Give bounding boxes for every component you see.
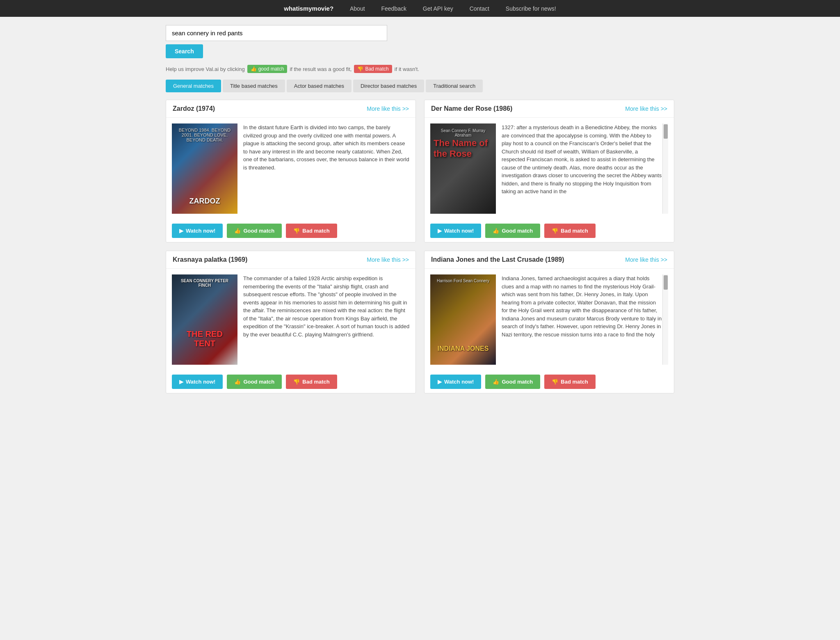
card-header-rose: Der Name der Rose (1986) More like this … xyxy=(425,100,674,118)
poster-sub-zardoz: BEYOND 1984. BEYOND 2001. BEYOND LOVE. B… xyxy=(175,128,234,142)
play-icon-krasnaya xyxy=(179,379,183,385)
watch-label-krasnaya: Watch now! xyxy=(186,379,215,385)
main-content: Search Help us improve Val.ai by clickin… xyxy=(158,17,682,402)
tab-general-matches[interactable]: General matches xyxy=(166,80,221,92)
good-label-indiana: Good match xyxy=(502,379,533,385)
thumbdown-icon-indiana: 👎 xyxy=(552,379,558,385)
nav-subscribe[interactable]: Subscribe for news! xyxy=(506,5,556,12)
improve-prefix: Help us improve Val.ai by clicking xyxy=(166,66,245,72)
poster-title-krasnaya: THE RED TENT xyxy=(175,329,234,348)
watch-label-rose: Watch now! xyxy=(444,228,474,234)
thumbup-icon-zardoz: 👍 xyxy=(234,228,241,234)
bad-label-indiana: Bad match xyxy=(561,379,588,385)
card-footer-indiana: Watch now! 👍 Good match 👎 Bad match xyxy=(425,370,674,393)
scrollbar-indiana[interactable] xyxy=(662,274,668,365)
thumbup-icon-krasnaya: 👍 xyxy=(234,379,241,385)
good-label-zardoz: Good match xyxy=(243,228,274,234)
description-zardoz: In the distant future Earth is divided i… xyxy=(243,123,410,214)
search-button[interactable]: Search xyxy=(166,44,203,58)
card-footer-rose: Watch now! 👍 Good match 👎 Bad match xyxy=(425,219,674,242)
thumbup-icon-rose: 👍 xyxy=(493,228,499,234)
tab-actor-matches[interactable]: Actor based matches xyxy=(287,80,352,92)
movie-card-indiana: Indiana Jones and the Last Crusade (1989… xyxy=(424,251,674,393)
brand-link[interactable]: whatismymovie? xyxy=(284,5,333,12)
nav-contact[interactable]: Contact xyxy=(470,5,489,12)
improve-suffix-good: if the result was a good fit, xyxy=(290,66,352,72)
tab-traditional-search[interactable]: Traditional search xyxy=(426,80,483,92)
watch-button-krasnaya[interactable]: Watch now! xyxy=(172,375,223,389)
card-body-indiana: Harrison Ford Sean Connery INDIANA JONES… xyxy=(425,269,674,370)
thumbdown-icon-rose: 👎 xyxy=(552,228,558,234)
nav-feedback[interactable]: Feedback xyxy=(381,5,406,12)
poster-title-indiana: INDIANA JONES xyxy=(434,345,493,352)
movie-card-krasnaya: Krasnaya palatka (1969) More like this >… xyxy=(166,251,416,393)
poster-sub-rose: Sean Connery F. Murray Abraham xyxy=(434,128,493,137)
nav-about[interactable]: About xyxy=(350,5,365,12)
card-body-zardoz: BEYOND 1984. BEYOND 2001. BEYOND LOVE. B… xyxy=(166,118,415,219)
bad-match-button-krasnaya[interactable]: 👎 Bad match xyxy=(286,375,337,389)
card-header-indiana: Indiana Jones and the Last Crusade (1989… xyxy=(425,251,674,269)
results-grid: Zardoz (1974) More like this >> BEYOND 1… xyxy=(166,100,674,393)
good-match-button-krasnaya[interactable]: 👍 Good match xyxy=(227,375,282,389)
poster-indiana: Harrison Ford Sean Connery INDIANA JONES xyxy=(430,274,496,365)
bad-match-label: Bad match xyxy=(365,66,388,72)
poster-krasnaya: SEAN CONNERY PETER FINCH THE RED TENT xyxy=(172,274,237,365)
more-like-this-zardoz[interactable]: More like this >> xyxy=(367,105,409,112)
movie-title-rose: Der Name der Rose (1986) xyxy=(431,105,512,112)
play-icon-indiana xyxy=(438,379,442,385)
watch-button-zardoz[interactable]: Watch now! xyxy=(172,224,223,238)
bad-label-rose: Bad match xyxy=(561,228,588,234)
top-navigation: whatismymovie? About Feedback Get API ke… xyxy=(0,0,840,17)
thumbdown-icon-krasnaya: 👎 xyxy=(293,379,300,385)
movie-title-indiana: Indiana Jones and the Last Crusade (1989… xyxy=(431,256,564,263)
card-body-krasnaya: SEAN CONNERY PETER FINCH THE RED TENT Th… xyxy=(166,269,415,370)
more-like-this-indiana[interactable]: More like this >> xyxy=(625,256,667,263)
good-match-label: good match xyxy=(258,66,284,72)
description-krasnaya: The commander of a failed 1928 Arctic ai… xyxy=(243,274,410,365)
improve-text: Help us improve Val.ai by clicking 👍 goo… xyxy=(166,65,674,73)
thumb-down-icon: 👎 xyxy=(357,66,363,72)
more-like-this-rose[interactable]: More like this >> xyxy=(625,105,667,112)
good-match-button-rose[interactable]: 👍 Good match xyxy=(485,224,540,238)
scrollbar-thumb-indiana xyxy=(664,275,668,290)
tab-director-matches[interactable]: Director based matches xyxy=(353,80,424,92)
watch-button-indiana[interactable]: Watch now! xyxy=(430,375,481,389)
good-match-button-zardoz[interactable]: 👍 Good match xyxy=(227,224,282,238)
bad-match-button-indiana[interactable]: 👎 Bad match xyxy=(544,375,595,389)
thumbdown-icon-zardoz: 👎 xyxy=(293,228,300,234)
thumbup-icon-indiana: 👍 xyxy=(493,379,499,385)
watch-label-zardoz: Watch now! xyxy=(186,228,215,234)
card-footer-krasnaya: Watch now! 👍 Good match 👎 Bad match xyxy=(166,370,415,393)
tab-title-matches[interactable]: Title based matches xyxy=(223,80,285,92)
good-match-button-indiana[interactable]: 👍 Good match xyxy=(485,375,540,389)
watch-button-rose[interactable]: Watch now! xyxy=(430,224,481,238)
bad-match-badge[interactable]: 👎 Bad match xyxy=(354,65,392,73)
movie-title-zardoz: Zardoz (1974) xyxy=(173,105,215,112)
play-icon-rose xyxy=(438,228,442,234)
tabs-bar: General matches Title based matches Acto… xyxy=(166,80,674,92)
good-match-badge[interactable]: 👍 good match xyxy=(247,65,288,73)
description-rose: 1327: after a mysterious death in a Bene… xyxy=(502,123,662,214)
card-footer-zardoz: Watch now! 👍 Good match 👎 Bad match xyxy=(166,219,415,242)
scrollbar-rose[interactable] xyxy=(662,123,668,214)
bad-label-zardoz: Bad match xyxy=(302,228,329,234)
poster-title-zardoz: ZARDOZ xyxy=(175,197,234,206)
nav-api-key[interactable]: Get API key xyxy=(423,5,453,12)
card-body-rose: Sean Connery F. Murray Abraham The Name … xyxy=(425,118,674,219)
search-input[interactable] xyxy=(166,25,387,41)
play-icon-zardoz xyxy=(179,228,183,234)
improve-suffix-bad: if it wasn't. xyxy=(395,66,419,72)
card-header-zardoz: Zardoz (1974) More like this >> xyxy=(166,100,415,118)
thumb-up-icon: 👍 xyxy=(251,66,257,72)
card-header-krasnaya: Krasnaya palatka (1969) More like this >… xyxy=(166,251,415,269)
poster-sub-indiana: Harrison Ford Sean Connery xyxy=(434,279,493,283)
poster-rose: Sean Connery F. Murray Abraham The Name … xyxy=(430,123,496,214)
bad-match-button-zardoz[interactable]: 👎 Bad match xyxy=(286,224,337,238)
movie-card-zardoz: Zardoz (1974) More like this >> BEYOND 1… xyxy=(166,100,416,242)
bad-match-button-rose[interactable]: 👎 Bad match xyxy=(544,224,595,238)
bad-label-krasnaya: Bad match xyxy=(302,379,329,385)
poster-title-rose: The Name of the Rose xyxy=(434,138,493,160)
watch-label-indiana: Watch now! xyxy=(444,379,474,385)
more-like-this-krasnaya[interactable]: More like this >> xyxy=(367,256,409,263)
good-label-krasnaya: Good match xyxy=(243,379,274,385)
